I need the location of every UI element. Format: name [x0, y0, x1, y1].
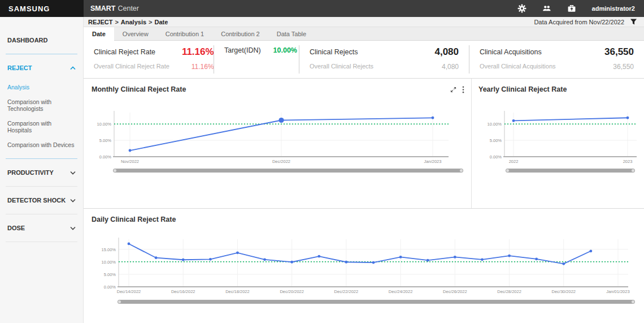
svg-text:0.00%: 0.00%: [99, 154, 112, 160]
top-bar: SAMSUNG SMART Center: [0, 0, 644, 17]
chevron-up-icon: [70, 66, 76, 70]
app-title-bold: SMART: [90, 5, 115, 12]
stat-value: 11.16%: [182, 46, 214, 58]
topbar-actions: administrator2: [517, 0, 644, 17]
sidebar-divider: [6, 186, 77, 187]
stat-overall-value: 4,080: [434, 63, 459, 71]
sidebar-label-dose: DOSE: [7, 225, 25, 231]
sidebar-item-dashboard[interactable]: DASHBOARD: [0, 33, 83, 48]
stat-overall-label: Overall Clinical Acquisitions: [480, 63, 592, 71]
sidebar-item-comparison-devices[interactable]: Comparison with Devices: [0, 137, 83, 152]
daily-clinical-reject-rate-chart: 0.00%5.00%10.00%15.00%Dec/14/2022Dec/16/…: [92, 235, 634, 298]
sidebar-divider: [6, 214, 77, 214]
stat-clinical-acquisitions: Clinical Acquisitions 36,550 Overall Cli…: [469, 41, 644, 78]
app-title-rest: Center: [118, 5, 139, 12]
svg-text:Nov/2022: Nov/2022: [121, 159, 139, 164]
sidebar-label-productivity: PRODUCTIVITY: [7, 169, 54, 176]
svg-text:0.00%: 0.00%: [104, 285, 116, 290]
tab-overview[interactable]: Overview: [114, 27, 157, 40]
stat-label: Target(IDN): [224, 46, 261, 54]
sidebar-label-detector-shock: DETECTOR SHOCK: [7, 197, 66, 204]
monthly-chart-scrollbar[interactable]: [113, 169, 463, 173]
samsung-logo: SAMSUNG: [0, 0, 84, 17]
tab-contribution-1[interactable]: Contribution 1: [157, 27, 213, 40]
sidebar-item-dose[interactable]: DOSE: [0, 221, 83, 235]
svg-text:Dec/22/2022: Dec/22/2022: [334, 289, 359, 294]
monthly-clinical-reject-rate-chart: 0.00%5.00%10.00%Nov/2022Dec/2022Jan/2023: [92, 108, 453, 167]
briefcase-upload-icon[interactable]: [567, 4, 576, 13]
sidebar-item-reject[interactable]: REJECT: [0, 61, 83, 75]
tab-date[interactable]: Date: [84, 27, 114, 41]
svg-text:5.00%: 5.00%: [99, 138, 112, 143]
tab-strip: Date Overview Contribution 1 Contributio…: [84, 27, 644, 41]
kebab-menu-icon[interactable]: [462, 86, 464, 93]
yearly-chart-title: Yearly Clinical Reject Rate: [478, 85, 567, 93]
stat-value: 10.00%: [273, 46, 297, 54]
yearly-chart-scrollbar[interactable]: [506, 169, 635, 173]
breadcrumb-date[interactable]: Date: [155, 19, 168, 25]
breadcrumb-separator: >: [149, 19, 152, 25]
tab-contribution-2[interactable]: Contribution 2: [212, 27, 268, 40]
stat-label: Clinical Rejects: [310, 48, 422, 56]
chevron-down-icon: [70, 171, 76, 175]
svg-text:Dec/20/2022: Dec/20/2022: [280, 289, 304, 294]
yearly-clinical-reject-rate-chart: 0.00%5.00%10.00%20222023: [478, 108, 640, 167]
sidebar-label-dashboard: DASHBOARD: [7, 37, 48, 44]
stat-value: 36,550: [604, 46, 634, 58]
svg-text:10.00%: 10.00%: [488, 122, 502, 127]
svg-text:Dec/24/2022: Dec/24/2022: [389, 289, 413, 294]
svg-text:Dec/26/2022: Dec/26/2022: [443, 289, 467, 294]
sidebar-item-comparison-technologists[interactable]: Comparison with Technologists: [0, 94, 83, 116]
kpi-stats-row: Clinical Reject Rate 11.16% Overall Clin…: [84, 41, 644, 78]
svg-text:5.00%: 5.00%: [104, 272, 116, 277]
stat-clinical-reject-rate: Clinical Reject Rate 11.16% Overall Clin…: [84, 41, 214, 78]
sidebar-item-analysis[interactable]: Analysis: [0, 80, 83, 94]
users-icon[interactable]: [542, 4, 551, 13]
charts-row: Monthly Clinical Reject Rate: [84, 78, 644, 208]
daily-chart-title: Daily Clinical Reject Rate: [92, 216, 176, 223]
svg-text:Jan/2023: Jan/2023: [424, 159, 442, 164]
svg-text:Dec/30/2022: Dec/30/2022: [552, 289, 576, 294]
stat-label: Clinical Acquisitions: [480, 48, 592, 56]
breadcrumb-separator: >: [115, 19, 118, 25]
breadcrumb-bar: REJECT > Analysis > Date Data Acquired f…: [84, 17, 644, 27]
svg-text:10.00%: 10.00%: [102, 260, 116, 265]
stat-overall-label: Overall Clinical Rejects: [310, 63, 422, 71]
svg-text:0.00%: 0.00%: [490, 154, 502, 160]
tab-data-table[interactable]: Data Table: [268, 27, 315, 40]
daily-chart-panel: Daily Clinical Reject Rate 0.00%5.00%10.…: [84, 208, 644, 323]
breadcrumb-analysis[interactable]: Analysis: [121, 19, 146, 25]
svg-text:Dec/14/2022: Dec/14/2022: [117, 289, 141, 294]
chevron-down-icon: [70, 226, 76, 230]
yearly-chart-panel: Yearly Clinical Reject Rate 0.00%5.00%10…: [471, 79, 644, 208]
svg-text:Dec/18/2022: Dec/18/2022: [225, 289, 250, 294]
stat-overall-value: 36,550: [604, 63, 634, 71]
stat-overall-value: 11.16%: [182, 63, 214, 71]
logged-in-user[interactable]: administrator2: [592, 5, 635, 12]
svg-text:2022: 2022: [509, 159, 519, 164]
sidebar-item-comparison-hospitals[interactable]: Comparison with Hospitals: [0, 116, 83, 137]
breadcrumb-reject[interactable]: REJECT: [88, 19, 112, 25]
sidebar-divider: [6, 242, 77, 242]
svg-text:Jan/01/2023: Jan/01/2023: [606, 289, 629, 294]
sidebar-item-productivity[interactable]: PRODUCTIVITY: [0, 165, 83, 180]
svg-text:15.00%: 15.00%: [102, 247, 116, 252]
svg-text:2023: 2023: [623, 159, 633, 164]
svg-text:10.00%: 10.00%: [97, 122, 112, 127]
stat-overall-label: Overall Clinical Reject Rate: [94, 63, 169, 71]
stat-value: 4,080: [434, 46, 459, 58]
daily-chart-scrollbar[interactable]: [118, 300, 635, 304]
filter-icon[interactable]: [630, 18, 637, 25]
stat-target-idn: Target(IDN) 10.00%: [214, 41, 299, 78]
sidebar-label-reject: REJECT: [7, 64, 32, 71]
svg-text:Dec/2022: Dec/2022: [272, 159, 290, 164]
svg-text:Dec/16/2022: Dec/16/2022: [171, 289, 195, 294]
monthly-chart-panel: Monthly Clinical Reject Rate: [84, 79, 471, 208]
svg-text:Dec/28/2022: Dec/28/2022: [497, 289, 521, 294]
settings-gear-icon[interactable]: [517, 4, 526, 13]
monthly-chart-title: Monthly Clinical Reject Rate: [92, 85, 186, 93]
expand-icon[interactable]: [450, 87, 456, 93]
svg-text:5.00%: 5.00%: [490, 138, 502, 143]
chevron-down-icon: [70, 199, 76, 203]
sidebar-item-detector-shock[interactable]: DETECTOR SHOCK: [0, 193, 83, 208]
